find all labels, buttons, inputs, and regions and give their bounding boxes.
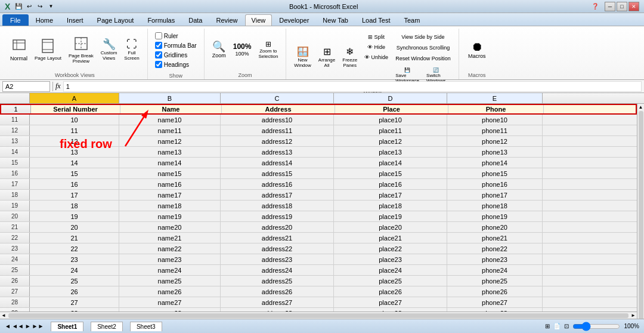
table-cell[interactable]: 15 [30,168,119,178]
table-cell[interactable]: 19 [30,211,119,221]
table-cell[interactable]: phone24 [447,265,543,275]
table-cell[interactable]: name17 [119,190,221,200]
tab-page-layout[interactable]: Page Layout [91,14,141,26]
table-cell[interactable]: place10 [334,115,447,125]
table-cell[interactable]: address17 [221,190,334,200]
custom-views-button[interactable]: 🔧 CustomViews [98,37,120,63]
col-header-b[interactable]: B [119,93,221,103]
table-cell[interactable]: address22 [221,243,334,254]
table-cell[interactable]: name27 [119,297,221,307]
col-header-c[interactable]: C [221,93,334,103]
table-cell[interactable]: name15 [119,168,221,178]
table-cell[interactable]: place13 [334,147,447,157]
full-screen-button[interactable]: ⛶ FullScreen [121,37,142,63]
table-cell[interactable]: phone12 [447,136,543,146]
prev-sheet-button[interactable]: ◄ [5,323,11,329]
table-cell[interactable]: name10 [119,115,221,125]
table-cell[interactable]: 22 [30,243,119,254]
tab-team[interactable]: Team [397,14,426,26]
redo-qat-icon[interactable]: ↪ [35,2,45,11]
table-cell[interactable]: address15 [221,168,334,178]
table-cell[interactable]: place24 [334,265,447,275]
table-cell[interactable]: phone26 [447,286,543,297]
formula-bar-checkbox[interactable] [155,42,162,49]
table-cell[interactable]: address10 [221,115,334,125]
table-cell[interactable]: name14 [119,158,221,168]
table-cell[interactable]: place16 [334,179,447,189]
table-cell[interactable]: place17 [334,190,447,200]
table-cell[interactable]: name16 [119,179,221,189]
table-cell[interactable]: phone27 [447,297,543,307]
table-cell[interactable]: 24 [30,265,119,275]
cell-d1[interactable]: Place [335,105,448,113]
table-cell[interactable]: address20 [221,222,334,232]
table-cell[interactable]: place19 [334,211,447,221]
table-cell[interactable]: 23 [30,254,119,264]
table-cell[interactable]: address12 [221,136,334,146]
macros-button[interactable]: ⏺ Macros [465,39,489,61]
table-cell[interactable]: 14 [30,158,119,168]
table-cell[interactable]: place27 [334,297,447,307]
table-cell[interactable]: name20 [119,222,221,232]
table-cell[interactable]: place14 [334,158,447,168]
customize-qat-icon[interactable]: ▼ [46,2,55,11]
hide-button[interactable]: 👁 Hide [361,42,391,52]
table-cell[interactable]: address16 [221,179,334,189]
table-cell[interactable]: address19 [221,211,334,221]
table-cell[interactable]: address18 [221,201,334,211]
view-side-by-side-button[interactable]: View Side by Side [392,32,454,42]
last-sheet-button[interactable]: ►► [32,323,44,329]
table-cell[interactable]: address23 [221,254,334,264]
table-cell[interactable]: place26 [334,286,447,297]
table-cell[interactable]: place25 [334,276,447,286]
table-cell[interactable]: 21 [30,233,119,243]
freeze-panes-button[interactable]: ❄ FreezePanes [339,30,360,85]
table-cell[interactable]: phone25 [447,276,543,286]
table-cell[interactable]: phone17 [447,190,543,200]
table-cell[interactable]: place23 [334,254,447,264]
normal-view-status-icon[interactable]: ⊞ [545,323,550,329]
table-cell[interactable]: name24 [119,265,221,275]
table-cell[interactable]: address14 [221,158,334,168]
tab-data[interactable]: Data [182,14,209,26]
normal-view-button[interactable]: Normal [7,37,30,63]
table-cell[interactable]: name22 [119,243,221,254]
tab-developer[interactable]: Developer [273,14,315,26]
zoom-selection-button[interactable]: ⊞ Zoom toSelection [255,39,281,61]
table-cell[interactable]: 17 [30,190,119,200]
col-header-d[interactable]: D [334,93,447,103]
reset-window-position-button[interactable]: Reset Window Position [392,54,454,63]
page-layout-status-icon[interactable]: 📄 [553,323,561,329]
vertical-scrollbar[interactable]: ▲ ▼ [637,104,644,333]
save-qat-icon[interactable]: 💾 [14,2,23,11]
first-sheet-button[interactable]: ◄◄ [12,323,24,329]
table-cell[interactable]: address13 [221,147,334,157]
tab-view[interactable]: View [245,14,273,26]
tab-insert[interactable]: Insert [60,14,90,26]
tab-review[interactable]: Review [209,14,244,26]
undo-qat-icon[interactable]: ↩ [24,2,34,11]
table-cell[interactable]: 12 [30,136,119,146]
table-cell[interactable]: name23 [119,254,221,264]
table-cell[interactable]: 20 [30,222,119,232]
minimize-button[interactable]: ─ [605,2,615,11]
sheet-tab-sheet2[interactable]: Sheet2 [91,322,123,331]
cell-a1[interactable]: Serial Number [31,105,120,113]
table-cell[interactable]: place21 [334,233,447,243]
table-cell[interactable]: 10 [30,115,119,125]
scroll-up-button[interactable]: ▲ [639,104,643,110]
headings-checkbox[interactable] [155,61,162,68]
cell-b1[interactable]: Name [120,105,222,113]
scroll-left-button[interactable]: ◄ [0,313,7,318]
ruler-checkbox[interactable] [155,32,162,39]
table-cell[interactable]: 18 [30,201,119,211]
table-cell[interactable]: phone23 [447,254,543,264]
table-cell[interactable]: place20 [334,222,447,232]
table-cell[interactable]: address24 [221,265,334,275]
scroll-right-button[interactable]: ► [630,313,637,318]
table-cell[interactable]: 11 [30,125,119,135]
table-cell[interactable]: address25 [221,276,334,286]
zoom-slider[interactable] [572,323,620,330]
table-cell[interactable]: name12 [119,136,221,146]
new-window-button[interactable]: 🪟 NewWindow [291,30,314,85]
